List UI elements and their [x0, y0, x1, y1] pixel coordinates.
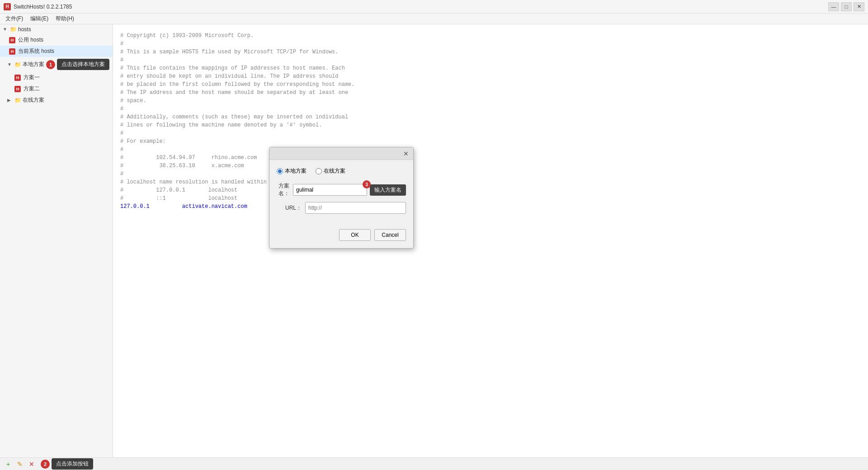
folder-icon: 📁 — [14, 97, 21, 103]
main-layout: ▼ 📁 hosts H 公用 hosts H 当前系统 hosts ▼ 📁 本地… — [0, 24, 868, 457]
step2-badge: 2 — [41, 460, 50, 469]
code-line-9: # space. — [120, 97, 861, 105]
menu-bar: 文件(F) 编辑(E) 帮助(H) — [0, 14, 868, 24]
radio-local-label: 本地方案 — [285, 167, 307, 175]
code-line-18: # — [120, 170, 861, 178]
code-line-17: # 38.25.63.10 x.acme.com # x client host — [120, 162, 861, 170]
modal-title-bar: ✕ — [269, 147, 413, 160]
scheme-name-label: 方案名： — [277, 182, 289, 197]
radio-online-label: 在线方案 — [324, 167, 345, 175]
radio-online[interactable]: 在线方案 — [316, 167, 345, 175]
code-line-11: # Additionally, comments (such as these)… — [120, 113, 861, 121]
h-icon: H — [9, 48, 15, 55]
app-icon: H — [4, 3, 11, 10]
sidebar-item-scheme2[interactable]: H 方案二 — [0, 83, 113, 94]
menu-edit[interactable]: 编辑(E) — [27, 14, 52, 24]
sidebar-item-label: 本地方案 — [23, 61, 44, 68]
sidebar-item-label: 当前系统 hosts — [18, 47, 54, 55]
step2-text: 点击添加按钮 — [52, 458, 93, 470]
code-line-14: # For example: — [120, 137, 861, 146]
url-row: URL： — [277, 202, 406, 214]
bottom-toolbar: + ✎ ✕ 2 点击添加按钮 — [0, 457, 868, 470]
maximize-button[interactable]: □ — [841, 2, 852, 11]
code-line-13: # — [120, 129, 861, 137]
sidebar-item-local-group[interactable]: ▼ 📁 本地方案 1 点击选择本地方案 — [0, 57, 113, 72]
code-line-10: # — [120, 105, 861, 113]
menu-file[interactable]: 文件(F) — [2, 14, 27, 24]
modal-body: 本地方案 在线方案 方案名： 3 输入方案名 URL： — [269, 160, 413, 226]
code-line-21: # ::1 localhost — [120, 194, 861, 202]
modal-footer: OK Cancel — [269, 226, 413, 248]
expand-icon: ▶ — [7, 98, 13, 103]
app-title: SwitchHosts! 0.2.2.1785 — [14, 4, 828, 10]
code-line-1: # Copyright (c) 1993-2009 Microsoft Corp… — [120, 32, 861, 40]
radio-local[interactable]: 本地方案 — [277, 167, 307, 175]
radio-online-input[interactable] — [316, 168, 322, 174]
code-line-5: # This file contains the mappings of IP … — [120, 64, 861, 72]
sidebar-item-online-group[interactable]: ▶ 📁 在线方案 — [0, 94, 113, 106]
code-line-2: # — [120, 40, 861, 48]
scheme-name-row: 方案名： 3 输入方案名 — [277, 182, 406, 197]
step1-text: 点击选择本地方案 — [57, 59, 109, 70]
code-line-19: # localhost name resolution is handled w… — [120, 178, 861, 186]
scheme-name-input-wrapper: 3 — [293, 184, 367, 196]
cancel-button[interactable]: Cancel — [374, 229, 406, 241]
code-line-15: # — [120, 146, 861, 154]
folder-icon: 📁 — [14, 61, 21, 68]
h-icon: H — [9, 37, 15, 43]
code-line-20: # 127.0.0.1 localhost — [120, 186, 861, 194]
add-button[interactable]: + — [4, 460, 13, 469]
code-line-8: # The IP address and the host name shoul… — [120, 89, 861, 97]
radio-local-input[interactable] — [277, 168, 283, 174]
code-line-22: 127.0.0.1 activate.navicat.com — [120, 202, 861, 211]
url-input[interactable] — [305, 202, 406, 214]
modal-close-button[interactable]: ✕ — [401, 149, 410, 158]
ok-button[interactable]: OK — [339, 229, 371, 241]
sidebar: ▼ 📁 hosts H 公用 hosts H 当前系统 hosts ▼ 📁 本地… — [0, 24, 113, 457]
modal-dialog: ✕ 本地方案 在线方案 方案名： 3 — [269, 147, 414, 249]
folder-icon: 📁 — [10, 26, 16, 33]
code-line-4: # — [120, 56, 861, 64]
close-button[interactable]: ✕ — [854, 2, 864, 11]
code-line-12: # lines or following the machine name de… — [120, 121, 861, 129]
menu-help[interactable]: 帮助(H) — [52, 14, 78, 24]
sidebar-item-label: 公用 hosts — [18, 36, 43, 44]
radio-group-type: 本地方案 在线方案 — [277, 167, 406, 175]
title-bar: H SwitchHosts! 0.2.2.1785 — □ ✕ — [0, 0, 868, 14]
sidebar-item-public-hosts[interactable]: H 公用 hosts — [0, 34, 113, 46]
expand-icon: ▼ — [7, 62, 13, 67]
sidebar-item-current-system[interactable]: H 当前系统 hosts — [0, 46, 113, 57]
step1-badge: 1 — [46, 60, 55, 69]
sidebar-group-label: hosts — [18, 26, 31, 33]
h-icon: H — [14, 86, 21, 92]
sidebar-group-hosts[interactable]: ▼ 📁 hosts — [0, 24, 113, 34]
code-line-7: # be placed in the first column followed… — [120, 80, 861, 89]
sidebar-item-label: 方案一 — [24, 74, 40, 81]
delete-button[interactable]: ✕ — [27, 460, 36, 469]
code-line-6: # entry should be kept on an individual … — [120, 72, 861, 80]
content-area: # Copyright (c) 1993-2009 Microsoft Corp… — [113, 24, 868, 457]
sidebar-item-label: 方案二 — [24, 85, 40, 93]
sidebar-item-scheme1[interactable]: H 方案一 — [0, 72, 113, 83]
code-line-3: # This is a sample HOSTS file used by Mi… — [120, 48, 861, 56]
url-label: URL： — [277, 204, 302, 212]
step3-badge: 3 — [363, 180, 371, 188]
expand-icon: ▼ — [3, 27, 8, 32]
minimize-button[interactable]: — — [828, 2, 839, 11]
edit-button[interactable]: ✎ — [15, 460, 24, 469]
code-line-16: # 102.54.94.97 rhino.acme.com # source s… — [120, 154, 861, 162]
title-bar-controls: — □ ✕ — [828, 2, 864, 11]
hint-button[interactable]: 输入方案名 — [370, 184, 406, 196]
h-icon: H — [14, 75, 21, 81]
sidebar-item-label: 在线方案 — [23, 96, 44, 104]
scheme-name-input[interactable] — [293, 184, 367, 196]
